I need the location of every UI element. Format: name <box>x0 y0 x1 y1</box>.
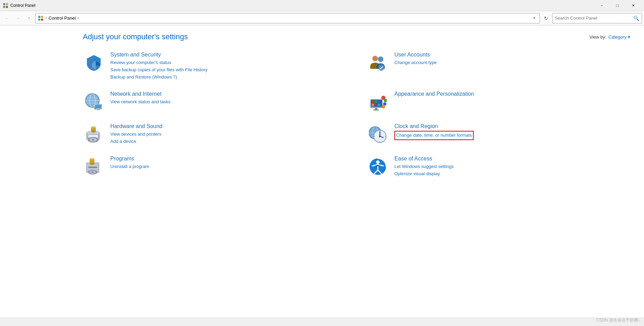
svg-rect-1 <box>6 3 8 5</box>
appearance-title[interactable]: Appearance and Personalization <box>394 91 630 97</box>
network-info: Network and Internet View network status… <box>110 91 346 106</box>
clock-info: Clock and Region Change date, time, or n… <box>394 123 630 140</box>
svg-rect-30 <box>373 109 379 111</box>
ease-visual-link[interactable]: Optimize visual display <box>394 170 630 178</box>
category-network: Network and Internet View network status… <box>83 91 346 113</box>
svg-rect-24 <box>375 101 377 103</box>
app-icon <box>3 3 8 8</box>
hardware-add-link[interactable]: Add a device <box>110 138 346 145</box>
svg-point-66 <box>90 163 94 165</box>
hardware-info: Hardware and Sound View devices and prin… <box>110 123 346 145</box>
svg-rect-2 <box>3 6 5 8</box>
page-title: Adjust your computer's settings <box>83 32 188 41</box>
minimize-button[interactable]: − <box>594 0 610 11</box>
watermark: CSDN @生命在于折腾~ <box>596 317 641 323</box>
svg-rect-3 <box>6 6 8 8</box>
network-status-link[interactable]: View network status and tasks <box>110 98 346 106</box>
svg-rect-27 <box>375 104 377 106</box>
user-change-type-link[interactable]: Change account type <box>394 59 630 66</box>
svg-rect-18 <box>95 105 101 108</box>
hardware-icon <box>83 123 105 145</box>
svg-point-43 <box>91 126 96 128</box>
maximize-button[interactable]: □ <box>610 0 625 11</box>
system-security-info: System and Security Review your computer… <box>110 52 346 81</box>
forward-button[interactable]: → <box>13 13 23 23</box>
clock-icon <box>367 123 389 145</box>
ease-title[interactable]: Ease of Access <box>394 156 630 162</box>
svg-rect-4 <box>38 16 40 18</box>
page-header: Adjust your computer's settings View by:… <box>14 32 630 41</box>
category-hardware: Hardware and Sound View devices and prin… <box>83 123 346 145</box>
svg-rect-7 <box>41 19 43 21</box>
category-system-security: System and Security Review your computer… <box>83 52 346 81</box>
address-path[interactable]: > Control Panel > ▾ <box>35 13 540 23</box>
svg-point-41 <box>92 139 94 140</box>
network-title[interactable]: Network and Internet <box>110 91 346 97</box>
address-dropdown-btn[interactable]: ▾ <box>531 13 537 23</box>
svg-rect-38 <box>89 136 97 136</box>
system-review-link[interactable]: Review your computer's status <box>110 59 346 66</box>
clock-title[interactable]: Clock and Region <box>394 123 630 129</box>
window-title: Control Panel <box>10 3 594 8</box>
up-button[interactable]: ↑ <box>24 13 34 23</box>
path-end-chevron: > <box>77 16 79 20</box>
user-accounts-info: User Accounts Change account type <box>394 52 630 66</box>
appearance-icon <box>367 91 389 113</box>
search-icon[interactable]: 🔍 <box>633 15 640 22</box>
programs-icon <box>83 156 105 178</box>
user-accounts-title[interactable]: User Accounts <box>394 52 630 58</box>
programs-info: Programs Uninstall a program <box>110 156 346 170</box>
svg-rect-29 <box>375 108 377 109</box>
svg-point-9 <box>372 56 378 61</box>
search-box[interactable]: 🔍 <box>552 13 642 23</box>
system-security-title[interactable]: System and Security <box>110 52 346 58</box>
appearance-info: Appearance and Personalization <box>394 91 630 98</box>
svg-rect-28 <box>378 104 380 106</box>
title-bar: Control Panel − □ ✕ <box>0 0 644 11</box>
path-separator: > <box>45 16 47 20</box>
close-button[interactable]: ✕ <box>625 0 641 11</box>
main-content: Adjust your computer's settings View by:… <box>0 25 644 318</box>
svg-point-10 <box>378 56 383 62</box>
ease-suggest-link[interactable]: Let Windows suggest settings <box>394 163 630 170</box>
categories-grid: System and Security Review your computer… <box>14 52 630 178</box>
svg-rect-23 <box>372 101 374 103</box>
view-by-dropdown[interactable]: Category ▾ <box>608 34 630 40</box>
user-accounts-icon <box>367 52 389 74</box>
svg-marker-69 <box>377 158 379 158</box>
view-by-label: View by: <box>590 34 606 40</box>
network-icon <box>83 91 105 113</box>
category-programs: Programs Uninstall a program <box>83 156 346 178</box>
svg-rect-25 <box>378 101 380 103</box>
system-backup-link[interactable]: Save backup copies of your files with Fi… <box>110 66 346 74</box>
path-text: Control Panel <box>49 15 76 21</box>
view-by-container: View by: Category ▾ <box>590 34 630 40</box>
svg-rect-20 <box>94 107 96 109</box>
svg-rect-60 <box>88 167 97 168</box>
programs-title[interactable]: Programs <box>110 156 346 162</box>
clock-change-link[interactable]: Change date, time, or number formats <box>394 131 474 140</box>
hardware-title[interactable]: Hardware and Sound <box>110 123 346 129</box>
back-button[interactable]: ← <box>2 13 12 23</box>
refresh-button[interactable]: ↻ <box>541 13 551 23</box>
system-security-icon <box>83 52 105 74</box>
system-restore-link[interactable]: Backup and Restore (Windows 7) <box>110 74 346 81</box>
svg-rect-5 <box>41 16 43 18</box>
category-clock: Clock and Region Change date, time, or n… <box>367 123 630 145</box>
ease-info: Ease of Access Let Windows suggest setti… <box>394 156 630 178</box>
category-user-accounts: User Accounts Change account type <box>367 52 630 81</box>
svg-point-63 <box>92 172 94 173</box>
path-icon <box>38 15 44 21</box>
search-input[interactable] <box>555 15 633 21</box>
svg-rect-19 <box>97 109 100 110</box>
window-controls: − □ ✕ <box>594 0 641 11</box>
svg-point-34 <box>382 105 385 108</box>
category-ease: Ease of Access Let Windows suggest setti… <box>367 156 630 178</box>
svg-point-44 <box>91 130 96 133</box>
svg-rect-0 <box>3 3 5 5</box>
ease-icon <box>367 156 389 178</box>
programs-uninstall-link[interactable]: Uninstall a program <box>110 163 346 170</box>
hardware-devices-link[interactable]: View devices and printers <box>110 131 346 138</box>
svg-point-53 <box>379 136 381 137</box>
svg-rect-6 <box>38 19 40 21</box>
